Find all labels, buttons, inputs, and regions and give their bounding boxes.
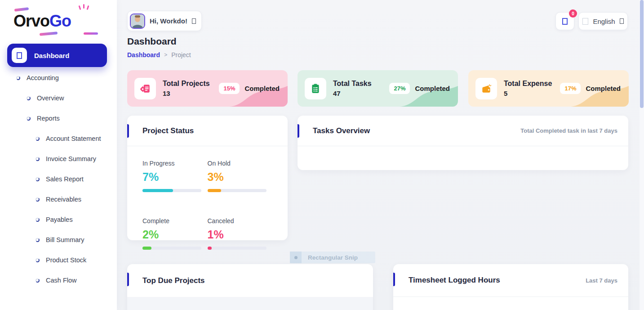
logo-sparkle-icon	[83, 4, 84, 9]
stat-value: 5	[504, 90, 560, 97]
status-on-hold: On Hold 3%	[208, 160, 273, 192]
stat-title: Total Projects	[163, 80, 219, 88]
avatar	[130, 13, 145, 29]
bullet-loader-icon	[27, 117, 31, 121]
stat-value: 47	[333, 90, 389, 97]
bullet-loader-icon	[36, 258, 40, 262]
card-accent-bar	[127, 124, 129, 138]
stat-completed-label: Completed	[586, 85, 621, 92]
status-canceled: Canceled 1%	[208, 217, 273, 250]
sidebar-item-label: Dashboard	[34, 52, 69, 59]
language-selector[interactable]: English	[578, 12, 628, 30]
chevron-down-icon	[192, 18, 196, 24]
tasks-icon	[305, 78, 326, 99]
scrollbar-track[interactable]	[640, 0, 644, 310]
projects-icon	[134, 78, 156, 99]
bullet-loader-icon	[36, 177, 40, 181]
sidebar-item-receivables[interactable]: Receivables	[0, 195, 117, 204]
logo-underline-icon	[84, 32, 98, 35]
notification-badge: 0	[569, 9, 577, 18]
header-actions: 0 English	[555, 12, 628, 30]
card-accent-bar	[127, 273, 129, 286]
tasks-overview-card: Tasks Overview Total Completed task in l…	[298, 116, 628, 170]
stat-card-total-projects: Total Projects 13 15% Completed	[127, 70, 288, 107]
bullet-loader-icon	[36, 137, 40, 141]
card-accent-bar	[393, 273, 395, 286]
wallet-icon	[475, 78, 497, 99]
breadcrumb-current: Project	[171, 51, 191, 58]
breadcrumb: Dashboard > Project	[127, 51, 191, 58]
sidebar-item-dashboard[interactable]: Dashboard	[7, 44, 107, 67]
sidebar-item-payables[interactable]: Payables	[0, 215, 117, 225]
dashboard-icon	[12, 48, 27, 63]
stat-title: Total Expense	[504, 80, 560, 88]
status-percent: 3%	[208, 171, 273, 184]
brand-name: OrvoGo	[13, 7, 103, 35]
card-subtitle: Total Completed task in last 7 days	[520, 127, 617, 134]
card-subtitle: Last 7 days	[586, 277, 617, 284]
sidebar-item-reports[interactable]: Reports	[0, 114, 117, 123]
bullet-loader-icon	[36, 218, 40, 222]
user-greeting: Hi, Workdo!	[150, 17, 187, 25]
card-title: Tasks Overview	[313, 126, 370, 135]
bullet-loader-icon	[36, 279, 40, 283]
stat-percent-badge: 27%	[389, 83, 410, 94]
language-label: English	[593, 18, 615, 25]
progress-bar	[208, 247, 266, 250]
stat-card-total-tasks: Total Tasks 47 27% Completed	[298, 70, 458, 107]
status-in-progress: In Progress 7%	[142, 160, 208, 192]
timesheet-card: Timesheet Logged Hours Last 7 days	[393, 264, 628, 310]
sidebar-item-cash-flow[interactable]: Cash Flow	[0, 276, 117, 285]
stat-percent-badge: 15%	[219, 83, 240, 94]
status-complete: Complete 2%	[142, 217, 208, 250]
sidebar-item-account-statement[interactable]: Account Statement	[0, 134, 117, 144]
stat-completed-label: Completed	[244, 85, 280, 92]
rectangular-snip-tooltip: Rectangular Snip	[290, 252, 375, 263]
page-title: Dashboard	[127, 36, 177, 47]
sidebar-item-bill-summary[interactable]: Bill Summary	[0, 235, 117, 245]
progress-bar	[142, 247, 201, 250]
sidebar: OrvoGo Dashboard Accounting Overview Rep…	[0, 0, 117, 310]
snip-dot-icon	[290, 252, 302, 263]
top-due-projects-card: Top Due Projects NAME END DATE STATUS	[127, 264, 373, 310]
table-header-row: NAME END DATE STATUS	[127, 297, 373, 310]
card-title: Project Status	[142, 126, 194, 135]
status-percent: 7%	[142, 171, 208, 184]
bullet-loader-icon	[36, 198, 40, 202]
sidebar-item-invoice-summary[interactable]: Invoice Summary	[0, 154, 117, 164]
sidebar-item-sales-report[interactable]: Sales Report	[0, 175, 117, 184]
card-title: Top Due Projects	[142, 276, 205, 285]
progress-bar	[142, 189, 201, 192]
stat-value: 13	[163, 90, 219, 97]
sidebar-nav: Accounting Overview Reports Account Stat…	[0, 73, 117, 285]
sidebar-item-overview[interactable]: Overview	[0, 94, 117, 103]
card-accent-bar	[298, 124, 299, 138]
status-percent: 2%	[142, 228, 208, 241]
stat-title: Total Tasks	[333, 80, 389, 88]
card-title: Timesheet Logged Hours	[409, 276, 500, 285]
breadcrumb-separator: >	[164, 52, 167, 58]
flag-placeholder-icon	[582, 18, 588, 25]
brand-logo[interactable]: OrvoGo	[13, 7, 103, 35]
bullet-loader-icon	[27, 96, 31, 100]
scrollbar-thumb[interactable]	[640, 0, 644, 108]
stat-percent-badge: 17%	[560, 83, 581, 94]
chevron-down-icon	[620, 18, 624, 24]
project-status-card: Project Status In Progress 7% On Hold 3%…	[127, 116, 288, 240]
bullet-loader-icon	[36, 238, 40, 242]
user-menu-button[interactable]: Hi, Workdo!	[127, 11, 202, 31]
stat-completed-label: Completed	[415, 85, 450, 92]
stat-card-total-expense: Total Expense 5 17% Completed	[468, 70, 629, 107]
breadcrumb-dashboard-link[interactable]: Dashboard	[127, 51, 160, 58]
progress-bar	[208, 189, 266, 192]
sidebar-item-product-stock[interactable]: Product Stock	[0, 256, 117, 265]
notifications-button[interactable]: 0	[555, 12, 574, 30]
sidebar-item-accounting[interactable]: Accounting	[0, 73, 117, 83]
bullet-loader-icon	[36, 157, 40, 161]
notification-icon	[562, 18, 568, 25]
bullet-loader-icon	[16, 76, 20, 80]
status-percent: 1%	[208, 228, 273, 241]
